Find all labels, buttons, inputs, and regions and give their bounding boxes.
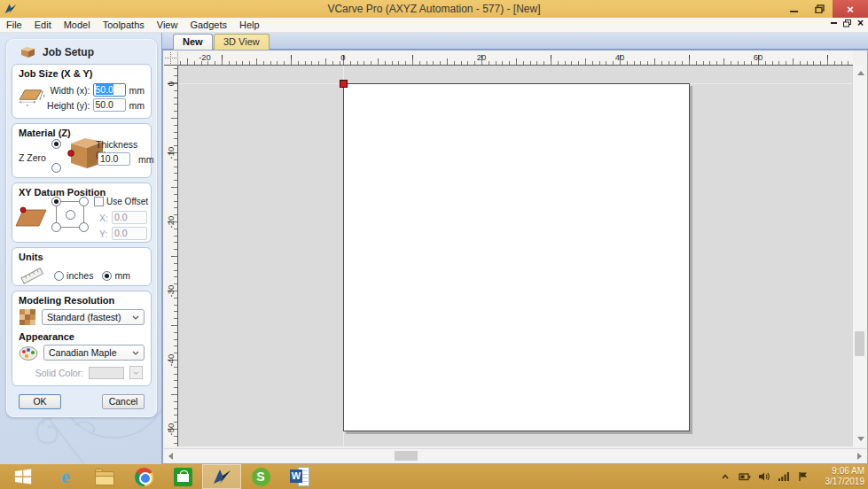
chevron-down-icon: [133, 371, 139, 375]
title-bar: VCarve Pro (AXYZ Automation - 577) - [Ne…: [0, 0, 868, 18]
datum-bottom-left-radio[interactable]: [51, 222, 61, 232]
menu-edit[interactable]: Edit: [28, 19, 58, 31]
ok-button[interactable]: OK: [19, 394, 61, 409]
clock-date: 3/17/2019: [811, 477, 864, 487]
modeling-appearance-group: Modeling Resolution Standard (fastest) A…: [12, 291, 152, 386]
v-ruler-label: -20: [166, 215, 176, 229]
cancel-button[interactable]: Cancel: [102, 394, 145, 409]
z-zero-top-radio[interactable]: [51, 139, 61, 149]
v-ruler-label: -30: [166, 284, 176, 298]
menu-model[interactable]: Model: [58, 19, 97, 31]
modeling-resolution-title: Modeling Resolution: [19, 295, 145, 306]
datum-top-right-radio[interactable]: [79, 197, 89, 206]
design-canvas[interactable]: [178, 66, 853, 446]
menu-help[interactable]: Help: [233, 19, 266, 31]
offset-x-label: X:: [99, 213, 108, 223]
solid-color-swatch[interactable]: [89, 367, 124, 379]
use-offset-checkbox[interactable]: [94, 197, 104, 206]
show-hidden-icons[interactable]: [719, 470, 731, 483]
mdi-close-icon[interactable]: ×: [857, 19, 864, 27]
mdi-restore-icon[interactable]: [843, 19, 851, 27]
menu-bar: File Edit Model Toolpaths View Gadgets H…: [0, 18, 868, 33]
thickness-unit: mm: [138, 154, 154, 165]
h-ruler-label: 60: [754, 52, 763, 62]
datum-top-left-radio[interactable]: [51, 197, 61, 206]
taskbar-skype[interactable]: S: [241, 464, 280, 489]
width-input[interactable]: 50.0: [93, 83, 126, 97]
scroll-down-icon[interactable]: [857, 437, 864, 441]
scroll-left-icon[interactable]: [168, 453, 173, 460]
tab-new[interactable]: New: [173, 34, 213, 50]
action-center-flag-icon[interactable]: [797, 470, 809, 483]
offset-y-input[interactable]: 0.0: [112, 227, 147, 240]
restore-window-icon[interactable]: [807, 0, 833, 18]
taskbar-windows-store[interactable]: [163, 464, 202, 489]
solid-color-dropdown-button[interactable]: [129, 366, 143, 379]
left-sidebar: Job Setup Job Size (X & Y) y x: [0, 33, 162, 464]
ruler-corner-box: [164, 51, 178, 66]
horizontal-scrollbar[interactable]: [164, 448, 866, 462]
appearance-select[interactable]: Canadian Maple: [43, 345, 145, 361]
scroll-up-icon[interactable]: [857, 71, 864, 75]
power-battery-icon[interactable]: [739, 470, 751, 483]
h-ruler-label: 20: [477, 52, 487, 62]
v-ruler-label: -50: [166, 423, 176, 436]
mdi-minimize-icon[interactable]: [831, 22, 837, 24]
z-zero-bottom-radio[interactable]: [51, 163, 61, 173]
volume-icon[interactable]: [758, 470, 770, 483]
scroll-right-icon[interactable]: [857, 453, 862, 460]
taskbar-clock[interactable]: 9:06 AM 3/17/2019: [811, 466, 864, 487]
menu-view[interactable]: View: [151, 19, 184, 31]
chevron-down-icon: [132, 351, 139, 355]
vertical-scroll-thumb[interactable]: [855, 331, 864, 356]
inches-label: inches: [66, 270, 93, 281]
xy-datum-group: XY Datum Position Use Offset X:: [12, 182, 152, 243]
job-size-group: Job Size (X & Y) y x Width (x: [12, 64, 152, 119]
h-ruler-label: -20: [199, 52, 211, 62]
units-group: Units inches mm: [12, 247, 152, 286]
chevron-down-icon: [132, 315, 139, 320]
thickness-input[interactable]: 10.0: [98, 152, 130, 166]
datum-bottom-right-radio[interactable]: [79, 222, 89, 232]
inches-radio[interactable]: [54, 271, 64, 281]
appearance-title: Appearance: [19, 331, 145, 342]
modeling-resolution-select[interactable]: Standard (fastest): [42, 309, 145, 325]
tab-3d-view[interactable]: 3D View: [214, 34, 270, 50]
mm-radio[interactable]: [102, 271, 112, 281]
vcarve-icon: [212, 468, 231, 485]
file-explorer-icon: [95, 471, 114, 485]
solid-color-label: Solid Color:: [35, 368, 83, 378]
network-signal-icon[interactable]: [778, 470, 790, 483]
units-title: Units: [19, 252, 145, 262]
taskbar-internet-explorer[interactable]: e: [46, 464, 85, 489]
skype-icon: S: [252, 468, 270, 486]
taskbar-file-explorer[interactable]: [85, 464, 124, 489]
width-unit: mm: [129, 85, 145, 96]
taskbar-word[interactable]: W: [280, 464, 319, 489]
job-size-title: Job Size (X & Y): [19, 68, 145, 79]
start-button[interactable]: [0, 464, 46, 489]
minimize-window-icon[interactable]: [781, 0, 807, 18]
mm-label: mm: [114, 270, 130, 281]
job-material-rectangle[interactable]: [343, 83, 690, 431]
menu-file[interactable]: File: [0, 19, 28, 31]
menu-gadgets[interactable]: Gadgets: [184, 19, 233, 31]
horizontal-ruler: -20 0 20 40 60: [178, 51, 853, 66]
close-window-icon[interactable]: ×: [833, 0, 868, 18]
height-input[interactable]: 50.0: [93, 98, 126, 112]
vertical-scrollbar[interactable]: [852, 66, 866, 446]
taskbar-vcarve[interactable]: [202, 464, 241, 489]
use-offset-label: Use Offset: [106, 197, 148, 206]
horizontal-scroll-thumb[interactable]: [395, 451, 418, 461]
document-tab-strip: New 3D View: [162, 33, 868, 50]
z-zero-label: Z Zero: [19, 152, 46, 163]
datum-sheet-icon: [14, 206, 48, 228]
palette-icon: [19, 345, 38, 361]
datum-center-radio[interactable]: [66, 210, 75, 220]
taskbar-chrome[interactable]: [124, 464, 163, 489]
system-tray: [719, 464, 809, 489]
menu-toolpaths[interactable]: Toolpaths: [97, 19, 151, 31]
job-setup-panel: Job Setup Job Size (X & Y) y x: [6, 39, 157, 417]
offset-x-input[interactable]: 0.0: [112, 211, 147, 224]
chrome-icon: [135, 468, 153, 486]
